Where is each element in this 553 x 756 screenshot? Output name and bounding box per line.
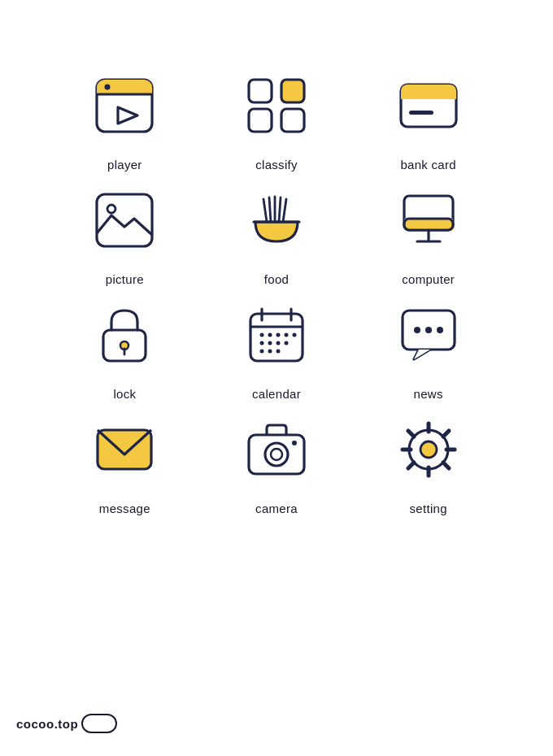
icon-item-picture: picture <box>49 180 201 286</box>
computer-label: computer <box>402 272 455 286</box>
icon-item-calendar: calendar <box>201 294 353 401</box>
bank-card-icon <box>388 65 469 146</box>
svg-point-47 <box>414 327 420 333</box>
svg-point-43 <box>259 350 263 354</box>
svg-line-18 <box>269 198 271 222</box>
svg-point-41 <box>276 341 280 345</box>
svg-line-21 <box>283 199 286 222</box>
branding-circle <box>81 714 117 733</box>
icon-item-computer: computer <box>352 180 504 286</box>
svg-line-17 <box>263 199 267 222</box>
svg-rect-13 <box>409 111 433 115</box>
svg-rect-14 <box>97 194 152 246</box>
svg-rect-51 <box>249 435 304 474</box>
svg-point-42 <box>284 341 288 345</box>
svg-point-44 <box>268 350 272 354</box>
svg-rect-23 <box>404 219 453 230</box>
classify-label: classify <box>255 158 298 172</box>
svg-point-64 <box>420 441 437 458</box>
icon-item-food: food <box>201 180 353 286</box>
svg-rect-6 <box>249 80 272 102</box>
player-icon <box>84 65 165 146</box>
icon-item-lock: lock <box>49 294 201 401</box>
svg-line-62 <box>443 431 449 437</box>
svg-point-34 <box>259 333 263 337</box>
computer-icon <box>388 180 469 261</box>
svg-point-49 <box>437 327 443 333</box>
svg-rect-30 <box>250 314 303 361</box>
classify-icon <box>236 65 317 146</box>
message-icon <box>84 409 165 490</box>
icon-item-news: news <box>352 294 504 401</box>
svg-marker-5 <box>118 107 137 124</box>
svg-rect-9 <box>281 109 304 132</box>
branding: cocoo.top <box>16 714 117 733</box>
svg-point-45 <box>276 350 280 354</box>
news-icon <box>388 294 469 376</box>
svg-point-38 <box>292 333 296 337</box>
food-icon <box>236 180 317 261</box>
svg-point-40 <box>268 341 272 345</box>
svg-line-20 <box>279 198 281 222</box>
lock-label: lock <box>113 387 136 401</box>
calendar-icon <box>236 294 317 376</box>
svg-rect-12 <box>401 93 456 99</box>
message-label: message <box>99 502 150 515</box>
food-label: food <box>264 272 289 286</box>
bank-card-label: bank card <box>400 158 456 172</box>
icon-item-bank-card: bank card <box>352 65 504 172</box>
news-label: news <box>414 387 443 401</box>
svg-point-54 <box>292 441 297 445</box>
svg-point-53 <box>271 449 282 460</box>
icon-item-classify: classify <box>201 65 353 172</box>
svg-rect-8 <box>249 109 272 132</box>
svg-point-35 <box>268 333 272 337</box>
icon-item-message: message <box>49 409 201 515</box>
svg-line-61 <box>443 463 449 468</box>
icon-item-setting: setting <box>352 409 504 515</box>
svg-point-36 <box>276 333 280 337</box>
svg-point-52 <box>265 443 288 466</box>
icon-grid: player classify <box>0 0 553 548</box>
svg-line-60 <box>408 431 414 437</box>
camera-icon <box>236 409 317 490</box>
icon-item-camera: camera <box>201 409 353 515</box>
picture-icon <box>84 180 165 261</box>
setting-label: setting <box>410 502 447 515</box>
svg-line-63 <box>408 463 414 468</box>
calendar-label: calendar <box>252 387 301 401</box>
icon-item-player: player <box>49 65 201 172</box>
setting-icon <box>388 409 469 490</box>
branding-text: cocoo.top <box>16 717 78 731</box>
svg-point-15 <box>107 205 115 213</box>
lock-icon <box>84 294 165 376</box>
svg-rect-7 <box>281 80 304 102</box>
svg-point-48 <box>425 327 432 333</box>
picture-label: picture <box>106 272 144 286</box>
svg-point-39 <box>259 341 263 345</box>
camera-label: camera <box>255 502 298 515</box>
player-label: player <box>107 158 142 172</box>
svg-point-4 <box>105 85 111 90</box>
svg-point-37 <box>284 333 288 337</box>
